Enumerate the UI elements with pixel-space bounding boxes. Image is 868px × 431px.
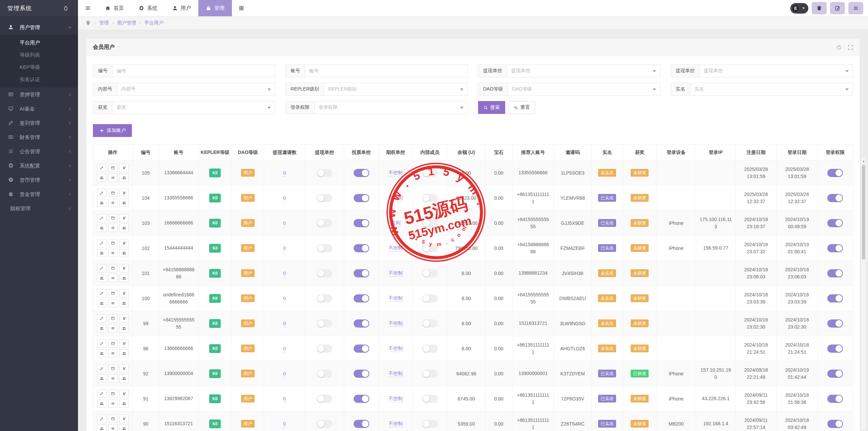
op-v-button[interactable]: V [119,214,129,222]
internal-member-toggle[interactable] [422,169,438,177]
op-team-button[interactable] [119,199,129,207]
internal-member-toggle[interactable] [422,244,438,252]
withdraw-control-toggle[interactable] [317,269,332,277]
sidebar-item-质押管理[interactable]: 质押管理 [0,87,78,102]
vote-control-toggle[interactable] [354,219,369,227]
withdraw-control-toggle[interactable] [317,395,332,403]
reset-button[interactable]: 重置 [509,101,535,114]
withdraw-invites-link[interactable]: 0 [283,170,286,177]
op-rows-button[interactable] [108,425,118,431]
op-rows-button[interactable] [108,374,118,383]
op-edit-button[interactable] [97,314,106,322]
op-rows-button[interactable] [108,299,118,307]
option-control-link[interactable]: 不控制 [389,371,403,377]
vote-control-toggle[interactable] [354,269,369,277]
vote-control-toggle[interactable] [354,244,369,252]
internal-member-toggle[interactable] [422,420,438,428]
op-v-button[interactable]: V [119,164,129,172]
op-team-button[interactable] [119,224,129,232]
op-edit-button[interactable] [97,264,106,272]
withdraw-invites-link[interactable]: 0 [283,321,286,327]
withdraw-control-toggle[interactable] [317,319,332,328]
vote-control-toggle[interactable] [354,345,369,353]
op-v-button[interactable]: V [119,189,129,197]
sidebar-item-公告管理[interactable]: 公告管理 [0,144,78,159]
login-auth-toggle[interactable] [827,169,843,177]
op-rows-button[interactable] [108,199,118,207]
internal-member-toggle[interactable] [422,194,438,202]
op-window-button[interactable] [108,339,118,348]
login-auth-toggle[interactable] [827,294,843,302]
op-v-button[interactable]: V [119,415,129,423]
internal-member-toggle[interactable] [422,345,438,353]
withdraw-control-toggle[interactable] [317,244,332,252]
breadcrumb-link[interactable]: 管理 [99,20,109,26]
op-v-button[interactable]: V [119,314,129,322]
withdraw-control-toggle[interactable] [317,420,332,428]
nav-item-首页[interactable]: 首页 [98,0,131,16]
option-control-link[interactable]: 不控制 [389,421,403,427]
filter-select-获奖[interactable]: 获奖 [112,101,275,114]
op-window-button[interactable] [108,264,118,272]
withdraw-control-toggle[interactable] [317,169,332,177]
add-account-button[interactable]: ＋ 添加账户 [93,124,132,137]
withdraw-control-toggle[interactable] [317,219,332,227]
sidebar-item-期权管理[interactable]: 期权管理 [0,201,78,216]
op-v-button[interactable]: V [119,264,129,272]
option-control-link[interactable]: 不控制 [389,346,403,352]
login-auth-toggle[interactable] [827,194,843,202]
op-rows-button[interactable] [108,249,118,257]
op-edit-button[interactable] [97,239,106,247]
vote-control-toggle[interactable] [354,370,369,378]
op-team-button[interactable] [119,399,129,408]
op-rows-button[interactable] [108,349,118,357]
internal-member-toggle[interactable] [422,319,438,328]
sidebar-item-用户管理[interactable]: 用户管理 [0,20,78,35]
filter-select-提现单控[interactable]: 提现单控 [507,64,660,77]
op-edit-button[interactable] [97,365,106,373]
op-team-button[interactable] [97,249,106,257]
option-control-link[interactable]: 不控制 [389,195,403,201]
op-team-button[interactable] [97,199,106,207]
op-team-button[interactable] [97,374,106,383]
op-window-button[interactable] [108,289,118,297]
sidebar-item-赏金管理[interactable]: 赏金管理 [0,187,78,201]
withdraw-invites-link[interactable]: 0 [283,246,286,252]
login-auth-toggle[interactable] [827,319,843,328]
apps-grid-button[interactable] [232,0,251,16]
sidebar-item-签到管理[interactable]: 签到管理 [0,116,78,130]
sidebar-item-货币管理[interactable]: P货币管理 [0,173,78,187]
vote-control-toggle[interactable] [354,194,369,202]
withdraw-invites-link[interactable]: 0 [283,396,286,403]
nav-item-用户[interactable]: 用户 [165,0,198,16]
internal-member-toggle[interactable] [422,395,438,403]
withdraw-invites-link[interactable]: 0 [283,371,286,377]
op-team-button[interactable] [97,274,106,282]
withdraw-invites-link[interactable]: 0 [283,296,286,302]
internal-member-toggle[interactable] [422,219,438,227]
op-team-button[interactable] [119,174,129,182]
op-edit-button[interactable] [97,339,106,348]
op-team-button[interactable] [119,249,129,257]
breadcrumb-link[interactable]: 平台用户 [144,20,163,26]
sidebar-item-AI基金[interactable]: AI基金 [0,102,78,116]
withdraw-invites-link[interactable]: 0 [283,220,286,227]
list-button[interactable] [848,2,863,14]
op-window-button[interactable] [108,214,118,222]
sidebar-subitem-KEP等级[interactable]: KEP等级 [0,61,78,73]
option-control-link[interactable]: 不控制 [389,270,403,277]
sidebar-subitem-实名认证[interactable]: 实名认证 [0,73,78,85]
sidebar-subitem-等级列表[interactable]: 等级列表 [0,49,78,61]
withdraw-invites-link[interactable]: 0 [283,271,286,277]
login-auth-toggle[interactable] [827,420,843,428]
op-team-button[interactable] [119,274,129,282]
vertical-scrollbar[interactable]: ▲ [861,158,866,430]
op-window-button[interactable] [108,164,118,172]
op-rows-button[interactable] [108,274,118,282]
op-window-button[interactable] [108,239,118,247]
op-edit-button[interactable] [97,189,106,197]
option-control-link[interactable]: 不控制 [389,396,403,402]
op-v-button[interactable]: V [119,339,129,348]
op-team-button[interactable] [119,324,129,332]
filter-select-登录权限[interactable]: 登录权限 [314,101,468,114]
